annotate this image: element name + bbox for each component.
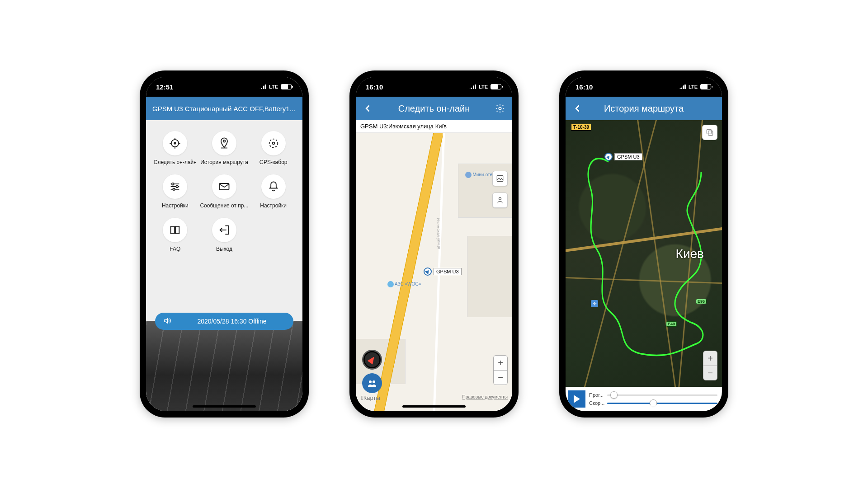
satellite-map[interactable]: Т-10-39 GPSM U3 Киев E95 E40 ✈ + − [566,120,722,411]
home-indicator[interactable] [612,405,675,408]
menu-track-online[interactable]: Следить он-лайн [151,131,200,165]
battery-icon [700,84,711,89]
sliders-icon [163,174,187,199]
zoom-in-button[interactable]: + [703,351,717,366]
device-marker[interactable]: GPSM U3 [424,267,462,276]
city-background [146,321,302,411]
notch [603,77,684,89]
marker-pin-icon [424,267,432,276]
phone-main-menu: 12:51 LTE GPSM U3 Стационарный ACC OFF,B… [140,70,309,418]
device-marker[interactable]: GPSM U3 [604,153,642,161]
menu-gps-fence[interactable]: GPS-забор [249,131,298,165]
gps-track [566,120,722,411]
menu-label: Выход [216,246,232,252]
status-text: 2020/05/28 16:30 Offline [179,318,285,325]
map-block [467,236,512,317]
pin-icon [212,131,236,155]
location-bar: GPSM U3:Изюмская улица Київ [356,120,512,133]
svg-point-1 [175,142,176,144]
layers-button[interactable] [702,125,717,140]
map-attribution: Карты [361,394,380,401]
svg-point-7 [173,188,175,191]
svg-point-5 [172,183,174,185]
menu-faq[interactable]: FAQ [151,218,200,252]
speed-label: Скор... [589,400,605,406]
route-sign: Т-10-39 [571,124,591,131]
exit-icon [212,218,236,242]
network-label: LTE [689,84,698,89]
progress-slider[interactable] [607,394,717,396]
street-view-button[interactable] [492,192,508,208]
menu-settings[interactable]: Настройки [151,174,200,209]
clock: 16:10 [576,83,593,91]
home-indicator[interactable] [402,405,466,408]
svg-rect-8 [219,183,229,190]
menu-label: Настройки [162,202,189,209]
map-canvas[interactable]: Изюмская улица Мини-отел... АЗС «WOG» GP… [356,133,512,411]
phone-live-tracking: 16:10 LTE Следить он-лайн GPSM U3:Изюмск… [349,70,519,418]
header-title: Следить он-лайн [378,103,490,114]
phone-route-history: 16:10 LTE История маршрута [559,70,728,418]
menu-messages[interactable]: Сообщение от пр... [200,174,249,209]
menu-label: История маршрута [200,159,248,165]
app-header: GPSM U3 Стационарный ACC OFF,Battery1... [146,97,302,120]
menu-route-history[interactable]: История маршрута [200,131,249,165]
play-button[interactable] [568,390,585,408]
network-label: LTE [479,84,488,89]
mail-icon [212,174,236,199]
network-label: LTE [269,84,278,89]
zoom-out-button[interactable]: − [703,366,717,380]
speed-slider[interactable] [607,403,717,404]
poi-gas[interactable]: АЗС «WOG» [387,281,421,287]
clock: 16:10 [366,83,383,91]
svg-point-11 [499,197,501,200]
menu-label: FAQ [170,246,180,252]
home-indicator[interactable] [193,405,256,408]
battery-icon [281,84,292,89]
legal-link[interactable]: Правовые документы [462,394,508,399]
header-title: GPSM U3 Стационарный ACC OFF,Battery1... [152,105,296,113]
marker-label: GPSM U3 [614,153,642,160]
svg-rect-10 [497,175,503,181]
menu-label: GPS-забор [259,159,288,165]
menu-logout[interactable]: Выход [200,218,249,252]
bell-icon [261,174,286,199]
compass-button[interactable] [362,350,382,370]
zoom-control: + − [703,351,717,380]
menu-alerts[interactable]: Настройки [249,174,298,209]
menu-grid: Следить он-лайн История маршрута GPS-заб… [146,120,302,257]
airport-icon: ✈ [591,300,598,307]
svg-point-13 [373,380,375,383]
menu-label: Следить он-лайн [154,159,197,165]
notch [393,77,475,89]
svg-point-6 [176,186,179,188]
settings-button[interactable] [494,103,506,114]
fence-icon [261,131,286,155]
svg-point-9 [499,107,501,110]
zoom-control: + − [493,355,508,385]
clock: 12:51 [156,83,173,91]
back-button[interactable] [572,103,584,114]
zoom-in-button[interactable]: + [494,356,507,370]
back-button[interactable] [362,103,374,114]
svg-point-4 [272,142,274,145]
menu-label: Сообщение от пр... [200,202,248,209]
svg-rect-14 [707,129,711,134]
battery-icon [491,84,501,89]
fleet-button[interactable] [362,373,382,393]
target-icon [163,131,187,155]
highway-badge: E40 [666,321,677,327]
map-type-button[interactable] [492,171,508,186]
menu-label: Настройки [260,202,287,209]
progress-label: Прог... [589,392,605,398]
zoom-out-button[interactable]: − [494,370,507,385]
highway-badge: E95 [696,299,707,304]
header-title: История маршрута [588,103,699,114]
status-pill[interactable]: 2020/05/28 16:30 Offline [155,313,293,330]
street-label: Изюмская улица [436,218,441,249]
svg-point-2 [223,140,226,142]
marker-label: GPSM U3 [434,268,462,275]
app-header: История маршрута [566,97,722,120]
svg-rect-15 [708,131,713,136]
svg-point-3 [269,139,278,148]
